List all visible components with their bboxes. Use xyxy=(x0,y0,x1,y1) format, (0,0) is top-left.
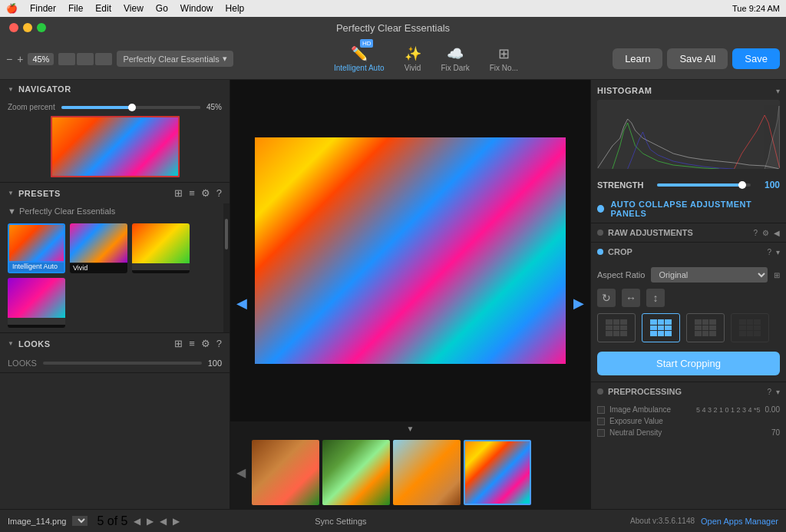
zoom-slider[interactable] xyxy=(61,106,200,109)
preprocessing-collapse-icon[interactable]: ▾ xyxy=(776,388,780,396)
rotate-cw-icon[interactable]: ↻ xyxy=(597,289,616,307)
sync-settings-button[interactable]: Sync Settings xyxy=(315,517,366,526)
preset-3-image xyxy=(132,223,190,263)
file-menu[interactable]: File xyxy=(68,3,83,14)
minimize-button[interactable] xyxy=(23,23,32,32)
collapse-arrow-icon[interactable]: ▼ xyxy=(407,425,414,433)
auto-collapse-toggle[interactable] xyxy=(597,205,604,213)
learn-button[interactable]: Learn xyxy=(613,48,662,69)
zoom-row: Zoom percent 45% xyxy=(8,103,222,111)
canvas-arrow-right[interactable]: ▶ xyxy=(573,295,584,312)
crop-grid-4[interactable] xyxy=(731,313,769,342)
flip-v-icon[interactable]: ↕ xyxy=(646,289,665,307)
view-grid-button[interactable] xyxy=(95,53,112,65)
tab-fix-dark[interactable]: ☁️ Fix Dark xyxy=(432,42,479,75)
crop-header[interactable]: CROP ? ▾ xyxy=(591,243,786,261)
strength-slider[interactable] xyxy=(657,183,751,187)
navigator-header[interactable]: ▼ NAVIGATOR xyxy=(0,80,230,98)
auto-collapse-row[interactable]: AUTO COLLAPSE ADJUSTMENT PANELS xyxy=(591,195,786,223)
apple-menu[interactable]: 🍎 xyxy=(6,3,18,14)
aspect-select[interactable]: Original xyxy=(651,267,768,283)
view-single-button[interactable] xyxy=(58,53,75,65)
looks-help-icon[interactable]: ? xyxy=(216,338,222,349)
strength-row: STRENGTH 100 xyxy=(591,175,786,195)
zoom-plus-button[interactable]: + xyxy=(17,53,23,65)
status-action-next[interactable]: ▶ xyxy=(173,516,180,527)
fix-no-icon: ⊞ xyxy=(498,45,510,62)
neutral-density-checkbox[interactable] xyxy=(597,429,605,437)
crop-help-icon[interactable]: ? xyxy=(767,248,771,256)
looks-settings-icon[interactable]: ⚙ xyxy=(201,338,210,349)
help-menu[interactable]: Help xyxy=(226,3,245,14)
window-menu[interactable]: Window xyxy=(180,3,213,14)
canvas-arrow-left[interactable]: ◀ xyxy=(236,295,247,312)
settings-icon[interactable]: ⚙ xyxy=(201,187,210,199)
edit-menu[interactable]: Edit xyxy=(95,3,111,14)
aspect-lock-icon[interactable]: ⊞ xyxy=(774,271,780,279)
crop-grid-3[interactable] xyxy=(686,313,725,342)
zoom-value: 45% xyxy=(206,103,222,111)
preset-intelligent-auto[interactable]: Intelligent Auto xyxy=(8,223,65,273)
status-action-prev[interactable]: ◀ xyxy=(160,516,167,527)
grid-view-icon[interactable]: ⊞ xyxy=(174,187,183,199)
crop-collapse-icon[interactable]: ▾ xyxy=(776,248,780,256)
save-button[interactable]: Save xyxy=(732,48,780,69)
raw-adj-help-icon[interactable]: ? xyxy=(753,229,758,237)
filmstrip-thumb-1[interactable] xyxy=(252,440,319,505)
presets-collapse-icon: ▼ xyxy=(8,190,14,197)
crop-grid-2[interactable] xyxy=(642,313,680,342)
preset-vivid[interactable]: Vivid xyxy=(70,223,127,273)
go-menu[interactable]: Go xyxy=(156,3,168,14)
filmstrip-prev-icon[interactable]: ◀ xyxy=(233,465,249,480)
close-button[interactable] xyxy=(9,23,18,32)
view-menu[interactable]: View xyxy=(124,3,144,14)
crop-grid-row xyxy=(597,313,780,342)
preset-4[interactable] xyxy=(8,278,65,328)
crop-adj-icons: ? ▾ xyxy=(767,248,780,256)
looks-slider[interactable] xyxy=(43,362,202,365)
exposure-checkbox[interactable] xyxy=(597,418,605,425)
menu-time: Tue 9:24 AM xyxy=(732,4,780,13)
tab-fix-no[interactable]: ⊞ Fix No... xyxy=(481,42,527,75)
tab-intelligent-auto[interactable]: ✏️ HD Intelligent Auto xyxy=(325,42,394,75)
preprocessing-help-icon[interactable]: ? xyxy=(767,388,771,396)
presets-main: ▼ Perfectly Clear Essentials Intelligent… xyxy=(0,203,223,332)
status-file-select[interactable] xyxy=(72,516,88,526)
image-ambulance-vals: 5 4 3 2 1 0 1 2 3 4 *5 xyxy=(696,406,761,414)
fix-no-label: Fix No... xyxy=(490,64,518,72)
histogram-menu-icon[interactable]: ▾ xyxy=(776,87,780,95)
tab-vivid[interactable]: ✨ Vivid xyxy=(395,42,431,75)
preset-group-arrow: ▼ xyxy=(8,207,16,216)
finder-menu[interactable]: Finder xyxy=(30,3,56,14)
presets-scrollbar[interactable] xyxy=(223,203,230,332)
status-next-icon[interactable]: ▶ xyxy=(147,516,154,527)
help-icon[interactable]: ? xyxy=(216,187,222,199)
start-cropping-button[interactable]: Start Cropping xyxy=(597,352,780,375)
filmstrip-thumb-3[interactable] xyxy=(393,440,461,505)
save-all-button[interactable]: Save All xyxy=(667,48,728,69)
raw-adjustments-header[interactable]: RAW ADJUSTMENTS ? ⚙ ◀ xyxy=(591,223,786,242)
zoom-minus-button[interactable]: − xyxy=(6,53,12,65)
status-prev-icon[interactable]: ◀ xyxy=(134,516,140,527)
title-bar: Perfectly Clear Essentials xyxy=(0,17,786,38)
list-view-icon[interactable]: ≡ xyxy=(189,187,195,199)
preprocessing-header[interactable]: PREPROCESSING ? ▾ xyxy=(591,382,786,401)
aspect-row: Aspect Ratio Original ⊞ xyxy=(597,267,780,283)
crop-grid-1[interactable] xyxy=(597,313,636,342)
flip-h-icon[interactable]: ↔ xyxy=(622,289,640,307)
raw-adj-settings-icon[interactable]: ⚙ xyxy=(762,229,769,237)
looks-list-icon[interactable]: ≡ xyxy=(189,338,195,349)
histogram-header: HISTOGRAM ▾ xyxy=(597,86,780,95)
image-ambulance-checkbox[interactable] xyxy=(597,406,605,414)
maximize-button[interactable] xyxy=(37,23,46,32)
filmstrip-thumb-2[interactable] xyxy=(322,440,390,505)
raw-adj-collapse-icon[interactable]: ◀ xyxy=(774,229,780,237)
toolbar-left: − + 45% Perfectly Clear Essentials ▾ xyxy=(6,51,233,67)
looks-grid-icon[interactable]: ⊞ xyxy=(174,338,183,349)
preset-selector[interactable]: Perfectly Clear Essentials ▾ xyxy=(117,51,233,67)
open-apps-manager-button[interactable]: Open Apps Manager xyxy=(701,517,778,526)
view-split-button[interactable] xyxy=(77,53,94,65)
preset-3[interactable] xyxy=(132,223,190,273)
filmstrip-thumb-4[interactable] xyxy=(464,440,531,505)
svg-rect-0 xyxy=(597,100,780,169)
